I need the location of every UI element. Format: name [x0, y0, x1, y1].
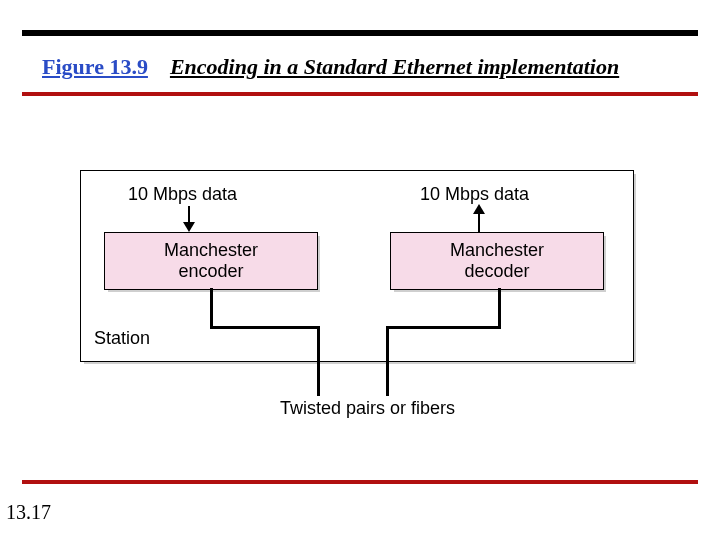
encoder-drop-2: [317, 326, 320, 396]
decoder-label: Manchester decoder: [450, 240, 544, 281]
data-out-label: 10 Mbps data: [420, 184, 529, 205]
ethernet-encoding-diagram: 10 Mbps data 10 Mbps data Manchester enc…: [80, 170, 640, 430]
medium-label: Twisted pairs or fibers: [280, 398, 455, 419]
decoder-drop-2: [386, 326, 389, 396]
figure-number: Figure 13.9: [42, 54, 148, 79]
figure-title: Encoding in a Standard Ethernet implemen…: [170, 54, 619, 79]
arrow-into-encoder-head: [183, 222, 195, 232]
arrow-out-of-decoder-line: [478, 214, 480, 232]
figure-heading: Figure 13.9 Encoding in a Standard Ether…: [42, 54, 619, 80]
data-in-label: 10 Mbps data: [128, 184, 237, 205]
decoder-horizontal: [386, 326, 501, 329]
arrow-out-of-decoder-head: [473, 204, 485, 214]
encoder-box: Manchester encoder: [104, 232, 318, 290]
top-rule: [22, 30, 698, 36]
encoder-horizontal: [210, 326, 320, 329]
page-number: 13.17: [6, 501, 51, 524]
encoder-drop-1: [210, 288, 213, 328]
decoder-drop-1: [498, 288, 501, 328]
encoder-label: Manchester encoder: [164, 240, 258, 281]
slide: Figure 13.9 Encoding in a Standard Ether…: [0, 0, 720, 540]
decoder-box: Manchester decoder: [390, 232, 604, 290]
station-label: Station: [94, 328, 150, 349]
mid-rule: [22, 92, 698, 96]
bottom-rule: [22, 480, 698, 484]
